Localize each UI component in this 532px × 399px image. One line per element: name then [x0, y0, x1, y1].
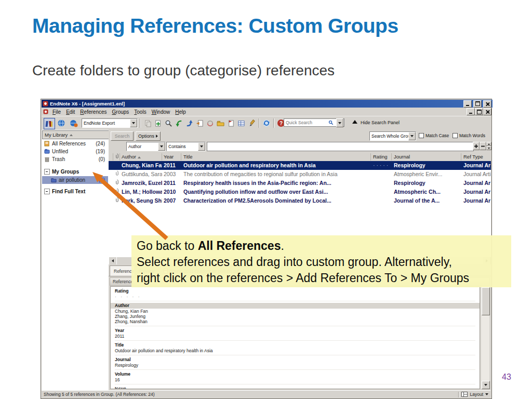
match-case-label: Match Case [425, 133, 449, 138]
status-text: Showing 5 of 5 references in Group. (All… [44, 392, 155, 397]
title-column-header[interactable]: Title [182, 153, 371, 161]
row-year: 2011 [162, 161, 181, 170]
read-marker-column-header[interactable] [109, 153, 113, 161]
export-button[interactable] [184, 118, 194, 128]
sidebar-item-unfiled[interactable]: Unfiled (19) [42, 148, 108, 155]
table-row[interactable]: Guttikunda, Sarath K.... 2003 The contri… [109, 170, 491, 179]
row-ref-type: Journal Ar [462, 179, 491, 188]
new-reference-button[interactable] [153, 118, 163, 128]
table-row[interactable]: Park, Seung Shik; ... 2007 Characterizat… [109, 196, 491, 205]
scroll-left-button[interactable] [109, 257, 117, 265]
scrollbar-thumb[interactable] [482, 287, 490, 315]
hide-search-panel-button[interactable]: Hide Search Panel [361, 120, 400, 125]
match-words-checkbox[interactable]: Match Words [453, 133, 485, 138]
scroll-down-button[interactable] [482, 381, 490, 389]
online-search-mode-button[interactable] [56, 118, 66, 128]
sidebar-header[interactable]: My Library [42, 130, 112, 139]
copy-button[interactable] [142, 118, 153, 128]
edit-button[interactable] [246, 118, 257, 128]
menu-references[interactable]: References [77, 109, 109, 115]
mdi-restore-button[interactable] [475, 108, 483, 115]
menu-edit[interactable]: Edit [63, 109, 77, 115]
row-title: Characterization of PM2.5Aerosols Domina… [182, 196, 371, 205]
close-button[interactable] [483, 100, 491, 108]
detail-panel-title: Reference [113, 279, 133, 284]
search-magnifier-icon [165, 119, 172, 127]
format-bibliography-button[interactable] [236, 118, 246, 128]
year-field-value: 2011 [115, 334, 475, 339]
ref-type-column-header[interactable]: Ref Type [462, 153, 491, 161]
mdi-minimize-button[interactable] [467, 108, 475, 115]
minimize-button[interactable] [463, 100, 472, 108]
quick-search-dropdown-button[interactable] [336, 118, 343, 127]
quick-search-input[interactable] [284, 118, 344, 127]
local-library-mode-button[interactable] [44, 118, 55, 129]
row-author: Park, Seung Shik; ... [120, 196, 162, 205]
sync-button[interactable] [261, 118, 272, 128]
air-pollution-count: (5) [99, 177, 105, 183]
collapse-expander-icon[interactable] [44, 169, 50, 175]
vertical-scrollbar[interactable] [481, 286, 489, 389]
sidebar-item-trash[interactable]: Trash (0) [42, 155, 108, 163]
integrated-mode-button[interactable] [69, 118, 79, 128]
rating-field-value[interactable]: · · · · · [115, 294, 475, 299]
collapse-expander-icon[interactable] [44, 189, 50, 194]
layout-dropdown-icon [485, 393, 488, 395]
table-row[interactable]: Jamrozik, Euzebiu... 2011 Respiratory he… [109, 179, 491, 188]
find-full-text-button[interactable] [194, 118, 205, 128]
sidebar-item-air-pollution[interactable]: air pollution (5) [42, 176, 108, 184]
open-file-button[interactable] [215, 118, 225, 128]
search-button[interactable]: Search [111, 131, 134, 141]
menu-help[interactable]: Help [172, 109, 189, 115]
rating-column-header[interactable]: Rating [371, 153, 392, 161]
sidebar-item-all-references[interactable]: All References (24) [42, 140, 108, 148]
maximize-icon [475, 101, 480, 106]
reference-detail-panel: Reference Rating · · · · · Author Chung,… [109, 276, 491, 391]
match-case-checkbox[interactable]: Match Case [419, 133, 449, 138]
open-link-button[interactable] [205, 118, 215, 128]
maximize-button[interactable] [473, 100, 482, 108]
search-scope-value: Search Whole Group [370, 134, 408, 139]
search-term-input[interactable] [207, 142, 474, 151]
add-search-line-button[interactable] [473, 142, 480, 150]
search-spin-down-button[interactable] [486, 146, 491, 150]
year-field-label: Year [115, 328, 475, 334]
dropdown-arrow-icon [338, 122, 341, 124]
app-icon [43, 101, 48, 107]
paperclip-icon [115, 170, 119, 176]
author-column-header[interactable]: Author [120, 153, 162, 161]
all-references-label: All References [52, 141, 86, 147]
hide-search-arrow-icon [352, 120, 357, 124]
svg-text:?: ? [280, 121, 283, 126]
attachment-column-header[interactable] [114, 153, 120, 161]
sidebar-group-my-groups[interactable]: My Groups [42, 168, 108, 176]
layout-button[interactable]: Layout [470, 392, 483, 397]
table-row[interactable]: Lin, M.; Holloway, ... 2010 Quantifying … [109, 188, 491, 196]
slide-page-number: 43 [502, 373, 511, 382]
search-scope-combo[interactable]: Search Whole Group [369, 131, 416, 141]
mdi-close-button[interactable] [483, 108, 491, 115]
menu-tools[interactable]: Tools [131, 109, 149, 115]
all-references-icon [44, 141, 50, 147]
journal-column-header[interactable]: Journal [392, 153, 461, 161]
import-button[interactable] [174, 118, 184, 128]
menu-file[interactable]: File [50, 109, 63, 115]
remove-search-line-button[interactable] [480, 142, 486, 150]
sidebar-group-find-full-text[interactable]: Find Full Text [42, 188, 108, 195]
year-column-header[interactable]: Year [162, 153, 181, 161]
output-style-combo[interactable]: EndNote Export [82, 118, 138, 128]
search-field-combo[interactable]: Author [126, 142, 166, 151]
row-journal: Atmospheric Ch... [392, 188, 461, 196]
row-journal: Atmospheric Envir... [392, 170, 461, 179]
toolbar: EndNote Export ? Hide S [42, 116, 490, 131]
search-comparator-combo[interactable]: Contains [166, 142, 206, 151]
row-author: Lin, M.; Holloway, ... [120, 188, 162, 196]
online-search-button[interactable] [163, 118, 174, 128]
menu-window[interactable]: Window [149, 109, 173, 115]
menu-groups[interactable]: Groups [110, 109, 132, 115]
insert-citation-button[interactable] [225, 118, 236, 128]
paperclip-icon [115, 188, 119, 194]
table-row[interactable]: Chung, Kian Fan; Z... 2011 Outdoor air p… [109, 161, 491, 170]
search-spin-up-button[interactable] [486, 142, 491, 146]
options-button[interactable]: Options [136, 131, 161, 141]
